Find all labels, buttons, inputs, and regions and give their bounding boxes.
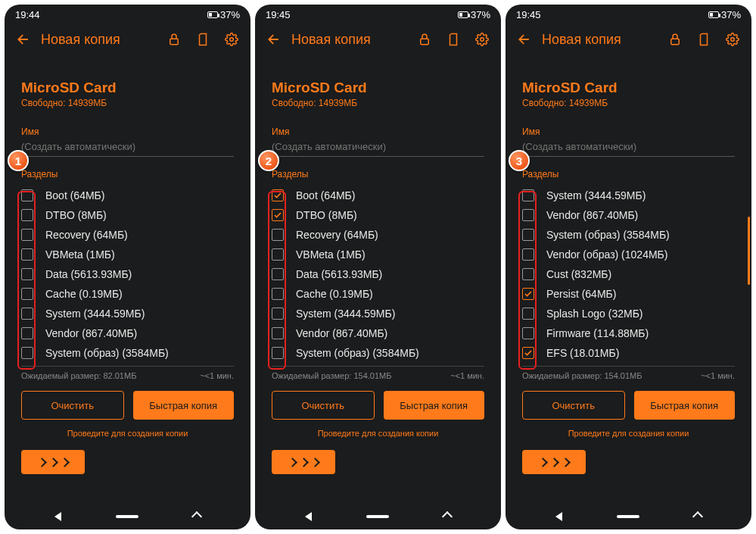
- partition-row[interactable]: System (образ) (3584МБ): [272, 343, 484, 363]
- quick-copy-button[interactable]: Быстрая копия: [634, 391, 736, 420]
- storage-title: MicroSD Card: [272, 80, 484, 96]
- partition-checkbox[interactable]: [21, 327, 33, 339]
- partition-row[interactable]: Vendor (образ) (1024МБ): [522, 245, 735, 264]
- partition-row[interactable]: System (3444.59МБ): [522, 186, 735, 205]
- lock-icon[interactable]: [413, 28, 436, 51]
- partition-checkbox[interactable]: [272, 189, 284, 201]
- partition-checkbox[interactable]: [522, 327, 534, 339]
- partition-label: Recovery (64МБ): [296, 229, 378, 241]
- sdcard-icon[interactable]: [191, 28, 214, 51]
- sdcard-icon[interactable]: [442, 28, 465, 51]
- partition-row[interactable]: Data (5613.93МБ): [21, 264, 234, 284]
- partition-checkbox[interactable]: [272, 209, 284, 221]
- nav-recent-icon[interactable]: [692, 511, 703, 522]
- partition-row[interactable]: Recovery (64МБ): [21, 225, 234, 245]
- sdcard-icon[interactable]: [692, 28, 715, 51]
- gear-icon[interactable]: [220, 28, 243, 51]
- partition-checkbox[interactable]: [272, 347, 284, 359]
- partition-row[interactable]: Vendor (867.40МБ): [272, 323, 484, 343]
- swipe-hint: Проведите для создания копии: [272, 429, 484, 438]
- partition-row[interactable]: EFS (18.01МБ): [522, 343, 735, 363]
- partition-label: Boot (64МБ): [296, 189, 355, 201]
- quick-copy-button[interactable]: Быстрая копия: [384, 391, 485, 420]
- nav-home-icon[interactable]: [116, 515, 138, 518]
- partition-checkbox[interactable]: [21, 209, 33, 221]
- partition-checkbox[interactable]: [522, 248, 534, 261]
- partition-row[interactable]: Recovery (64МБ): [272, 225, 484, 245]
- partition-row[interactable]: DTBO (8МБ): [21, 205, 234, 225]
- svg-point-1: [230, 38, 234, 42]
- partition-row[interactable]: Persist (64МБ): [522, 284, 735, 304]
- partition-checkbox[interactable]: [522, 308, 534, 320]
- partition-checkbox[interactable]: [21, 268, 33, 280]
- nav-recent-icon[interactable]: [191, 511, 202, 522]
- nav-home-icon[interactable]: [366, 515, 389, 518]
- partition-checkbox[interactable]: [522, 209, 534, 221]
- partition-checkbox[interactable]: [522, 288, 534, 300]
- partition-row[interactable]: System (образ) (3584МБ): [522, 225, 735, 245]
- nav-back-icon[interactable]: [555, 512, 562, 521]
- partition-checkbox[interactable]: [272, 229, 284, 241]
- partition-row[interactable]: System (образ) (3584МБ): [21, 343, 234, 363]
- partition-row[interactable]: Vendor (867.40МБ): [21, 323, 234, 343]
- partition-row[interactable]: Data (5613.93МБ): [272, 264, 484, 284]
- nav-bar: [5, 504, 250, 529]
- back-icon[interactable]: [513, 28, 536, 51]
- partition-row[interactable]: DTBO (8МБ): [272, 205, 484, 225]
- name-input[interactable]: [522, 137, 735, 157]
- partition-checkbox[interactable]: [21, 189, 33, 201]
- partition-checkbox[interactable]: [522, 229, 534, 241]
- name-input[interactable]: [272, 137, 484, 157]
- partition-checkbox[interactable]: [21, 229, 33, 241]
- partition-row[interactable]: System (3444.59МБ): [272, 304, 484, 323]
- partition-label: Cust (832МБ): [546, 268, 611, 280]
- partition-checkbox[interactable]: [21, 248, 33, 261]
- swipe-hint: Проведите для создания копии: [522, 429, 735, 438]
- partition-row[interactable]: System (3444.59МБ): [21, 304, 234, 323]
- gear-icon[interactable]: [721, 28, 744, 51]
- partition-checkbox[interactable]: [21, 288, 33, 300]
- clear-button[interactable]: Очистить: [522, 391, 625, 420]
- back-icon[interactable]: [263, 28, 285, 51]
- name-input[interactable]: [21, 137, 234, 157]
- lock-icon[interactable]: [163, 28, 185, 51]
- phone-screen-1: 1 19:44 37% Новая копия MicroSD Card Сво…: [5, 5, 250, 529]
- partition-checkbox[interactable]: [272, 308, 284, 320]
- partition-row[interactable]: Cache (0.19МБ): [21, 284, 234, 304]
- partition-row[interactable]: Cache (0.19МБ): [272, 284, 484, 304]
- partition-row[interactable]: Splash Logo (32МБ): [522, 304, 735, 323]
- partition-row[interactable]: Boot (64МБ): [272, 186, 484, 205]
- partition-checkbox[interactable]: [272, 268, 284, 280]
- nav-back-icon[interactable]: [54, 512, 61, 521]
- gear-icon[interactable]: [471, 28, 493, 51]
- storage-free: Свободно: 14939МБ: [21, 98, 234, 108]
- nav-back-icon[interactable]: [305, 512, 312, 521]
- swipe-slider[interactable]: [272, 450, 335, 474]
- partition-checkbox[interactable]: [272, 248, 284, 261]
- swipe-slider[interactable]: [522, 450, 586, 474]
- partition-checkbox[interactable]: [21, 347, 33, 359]
- partition-row[interactable]: Boot (64МБ): [21, 186, 234, 205]
- nav-home-icon[interactable]: [617, 515, 639, 518]
- partition-checkbox[interactable]: [21, 308, 33, 320]
- partition-checkbox[interactable]: [522, 347, 534, 359]
- back-icon[interactable]: [12, 28, 35, 51]
- scroll-indicator[interactable]: [748, 217, 750, 285]
- nav-recent-icon[interactable]: [442, 511, 453, 522]
- partition-row[interactable]: VBMeta (1МБ): [21, 245, 234, 264]
- step-badge: 1: [8, 150, 29, 171]
- partition-row[interactable]: Cust (832МБ): [522, 264, 735, 284]
- partition-row[interactable]: Vendor (867.40МБ): [522, 205, 735, 225]
- partition-checkbox[interactable]: [522, 189, 534, 201]
- swipe-slider[interactable]: [21, 450, 85, 474]
- lock-icon[interactable]: [664, 28, 686, 51]
- partition-row[interactable]: VBMeta (1МБ): [272, 245, 484, 264]
- partition-checkbox[interactable]: [272, 327, 284, 339]
- partition-checkbox[interactable]: [272, 288, 284, 300]
- partition-checkbox[interactable]: [522, 268, 534, 280]
- quick-copy-button[interactable]: Быстрая копия: [133, 391, 235, 420]
- partition-row[interactable]: Firmware (114.88МБ): [522, 323, 735, 343]
- clear-button[interactable]: Очистить: [21, 391, 124, 420]
- partition-label: VBMeta (1МБ): [45, 248, 115, 261]
- clear-button[interactable]: Очистить: [272, 391, 375, 420]
